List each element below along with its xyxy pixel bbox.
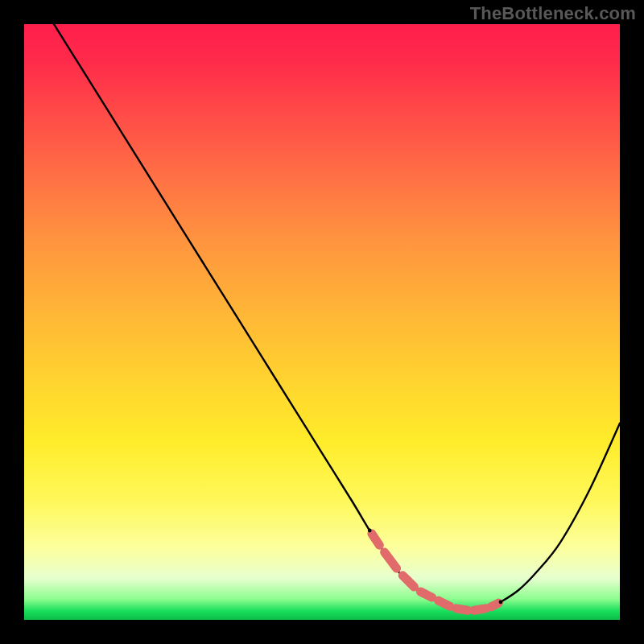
- optimal-dash: [439, 601, 450, 606]
- optimal-dash: [474, 609, 485, 610]
- curve-endpoint-dot: [499, 600, 503, 604]
- optimal-dash: [456, 609, 468, 610]
- bottleneck-curve: [54, 24, 620, 611]
- optimal-dash: [491, 603, 498, 607]
- optimal-dash: [372, 534, 379, 545]
- optimal-dash: [385, 552, 397, 568]
- curve-layer: [24, 24, 620, 620]
- optimal-dash: [420, 592, 431, 597]
- curve-endpoint-dot: [368, 529, 372, 533]
- chart-frame: TheBottleneck.com: [0, 0, 644, 644]
- watermark-text: TheBottleneck.com: [470, 3, 636, 24]
- optimal-region-dashes: [372, 534, 498, 610]
- optimal-dash: [402, 576, 414, 587]
- plot-area: [24, 24, 620, 620]
